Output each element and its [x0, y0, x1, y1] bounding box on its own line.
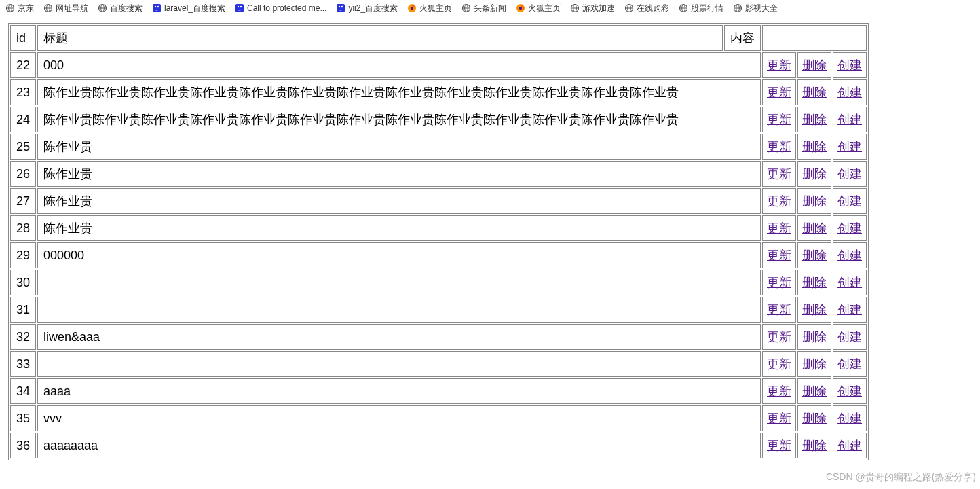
cell-action-delete: 删除	[797, 215, 831, 241]
cell-action-update: 更新	[762, 161, 796, 187]
bookmark-item[interactable]: laravel_百度搜索	[152, 3, 225, 14]
delete-link[interactable]: 删除	[802, 86, 827, 99]
cell-title: 陈作业贵	[37, 215, 761, 241]
delete-link[interactable]: 删除	[802, 439, 827, 452]
delete-link[interactable]: 删除	[802, 140, 827, 153]
update-link[interactable]: 更新	[767, 167, 791, 181]
update-link[interactable]: 更新	[767, 113, 791, 126]
create-link[interactable]: 创建	[837, 140, 862, 153]
cell-action-delete: 删除	[797, 134, 831, 160]
delete-link[interactable]: 删除	[802, 412, 827, 425]
bookmark-item[interactable]: 在线购彩	[624, 3, 669, 14]
bookmark-label: 火狐主页	[419, 3, 452, 14]
delete-link[interactable]: 删除	[802, 113, 827, 126]
bookmark-item[interactable]: 网址导航	[43, 3, 88, 14]
update-link[interactable]: 更新	[767, 194, 791, 208]
bookmark-label: 百度搜索	[110, 3, 143, 14]
bookmark-item[interactable]: Call to protected me...	[235, 3, 326, 13]
cell-title: 000000	[37, 242, 761, 268]
globe-icon	[98, 3, 107, 13]
delete-link[interactable]: 删除	[802, 194, 827, 208]
table-row: 29000000更新删除创建	[10, 242, 867, 268]
bookmark-item[interactable]: 影视大全	[733, 3, 778, 14]
cell-title: vvv	[37, 405, 761, 431]
bookmark-item[interactable]: 火狐主页	[516, 3, 561, 14]
create-link[interactable]: 创建	[837, 357, 862, 371]
bookmark-item[interactable]: 百度搜索	[98, 3, 143, 14]
delete-link[interactable]: 删除	[802, 249, 827, 262]
create-link[interactable]: 创建	[837, 113, 862, 126]
header-actions	[762, 25, 867, 51]
bookmark-item[interactable]: yii2_百度搜索	[336, 3, 398, 14]
bookmark-item[interactable]: 游戏加速	[570, 3, 615, 14]
create-link[interactable]: 创建	[837, 58, 862, 72]
create-link[interactable]: 创建	[837, 330, 862, 344]
create-link[interactable]: 创建	[837, 167, 862, 181]
cell-action-create: 创建	[833, 134, 867, 160]
delete-link[interactable]: 删除	[802, 276, 827, 289]
delete-link[interactable]: 删除	[802, 167, 827, 181]
create-link[interactable]: 创建	[837, 249, 862, 262]
cell-action-create: 创建	[833, 161, 867, 187]
cell-id: 27	[10, 188, 36, 214]
delete-link[interactable]: 删除	[802, 384, 827, 398]
delete-link[interactable]: 删除	[802, 303, 827, 316]
globe-icon	[679, 3, 688, 13]
table-row: 24陈作业贵陈作业贵陈作业贵陈作业贵陈作业贵陈作业贵陈作业贵陈作业贵陈作业贵陈作…	[10, 107, 867, 132]
baidu-icon	[336, 3, 345, 13]
update-link[interactable]: 更新	[767, 221, 791, 235]
cell-id: 36	[10, 433, 36, 458]
cell-action-update: 更新	[762, 270, 796, 295]
table-row: 28陈作业贵更新删除创建	[10, 215, 867, 241]
update-link[interactable]: 更新	[767, 439, 791, 452]
table-row: 33更新删除创建	[10, 351, 867, 377]
delete-link[interactable]: 删除	[802, 58, 827, 72]
globe-icon	[461, 3, 471, 13]
cell-action-delete: 删除	[797, 270, 831, 295]
cell-title: liwen&aaa	[37, 324, 761, 350]
table-row: 27陈作业贵更新删除创建	[10, 188, 867, 214]
create-link[interactable]: 创建	[837, 221, 862, 235]
cell-title: aaaa	[37, 378, 761, 404]
update-link[interactable]: 更新	[767, 86, 791, 99]
cell-action-create: 创建	[833, 405, 867, 431]
update-link[interactable]: 更新	[767, 303, 791, 316]
update-link[interactable]: 更新	[767, 357, 791, 371]
update-link[interactable]: 更新	[767, 249, 791, 262]
delete-link[interactable]: 删除	[802, 330, 827, 344]
bookmark-item[interactable]: 火狐主页	[407, 3, 452, 14]
baidu-icon	[235, 3, 244, 13]
cell-action-update: 更新	[762, 433, 796, 458]
update-link[interactable]: 更新	[767, 384, 791, 398]
update-link[interactable]: 更新	[767, 412, 791, 425]
cell-action-update: 更新	[762, 107, 796, 132]
create-link[interactable]: 创建	[837, 303, 862, 316]
cell-action-delete: 删除	[797, 79, 831, 105]
cell-id: 23	[10, 79, 36, 105]
update-link[interactable]: 更新	[767, 58, 791, 72]
update-link[interactable]: 更新	[767, 276, 791, 289]
create-link[interactable]: 创建	[837, 439, 862, 452]
delete-link[interactable]: 删除	[802, 357, 827, 371]
globe-icon	[624, 3, 634, 13]
update-link[interactable]: 更新	[767, 330, 791, 344]
create-link[interactable]: 创建	[837, 412, 862, 425]
create-link[interactable]: 创建	[837, 194, 862, 208]
bookmark-item[interactable]: 京东	[5, 3, 34, 14]
cell-id: 31	[10, 297, 36, 323]
bookmark-item[interactable]: 股票行情	[679, 3, 723, 14]
cell-action-delete: 删除	[797, 188, 831, 214]
create-link[interactable]: 创建	[837, 276, 862, 289]
create-link[interactable]: 创建	[837, 384, 862, 398]
cell-title: 陈作业贵	[37, 188, 761, 214]
update-link[interactable]: 更新	[767, 140, 791, 153]
bookmark-item[interactable]: 头条新闻	[461, 3, 506, 14]
cell-action-create: 创建	[833, 107, 867, 132]
create-link[interactable]: 创建	[837, 86, 862, 99]
globe-icon	[43, 3, 53, 13]
cell-action-create: 创建	[833, 79, 867, 105]
bookmarks-bar: 京东网址导航百度搜索laravel_百度搜索Call to protected …	[0, 0, 980, 16]
header-content: 内容	[724, 25, 761, 51]
delete-link[interactable]: 删除	[802, 221, 827, 235]
baidu-icon	[152, 3, 162, 13]
